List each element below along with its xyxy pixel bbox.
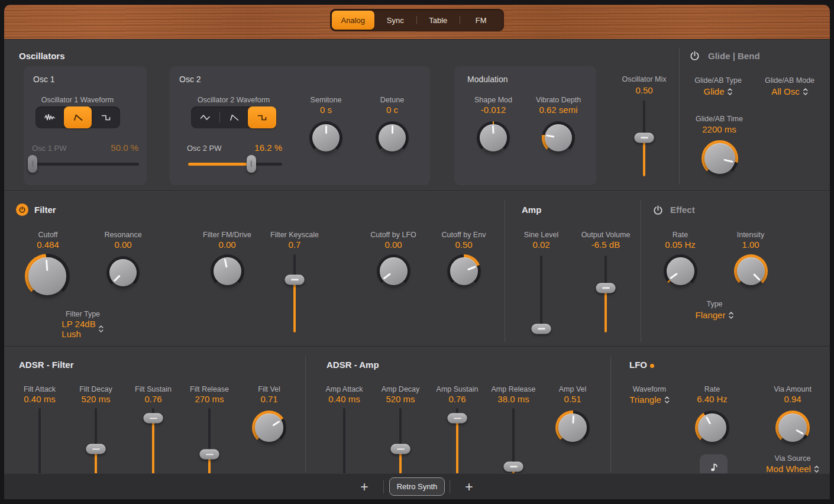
effect-rate-knob[interactable]: [664, 254, 697, 288]
glide-time-knob[interactable]: [702, 140, 738, 177]
vibrato-depth-value[interactable]: 0.62 semi: [539, 105, 577, 115]
effect-rate-value[interactable]: 0.05 Hz: [665, 240, 696, 250]
osc1-pw-slider[interactable]: [28, 163, 139, 166]
filt-sustain-value[interactable]: 0.76: [144, 394, 161, 404]
cutoff-by-env-value[interactable]: 0.50: [455, 240, 472, 250]
filt-decay-handle[interactable]: [86, 444, 106, 454]
sine-level-slider[interactable]: [540, 256, 542, 332]
osc1-wave-square-button[interactable]: [92, 106, 120, 128]
semitone-knob[interactable]: [309, 121, 342, 154]
filter-type-dropdown[interactable]: LP 24dB Lush: [62, 319, 104, 339]
glide-time-value[interactable]: 2200 ms: [702, 124, 736, 134]
filt-attack-value[interactable]: 0.40 ms: [24, 394, 55, 404]
output-volume-slider[interactable]: [605, 256, 607, 332]
filt-attack-slider[interactable]: [38, 408, 41, 483]
amp-decay-handle[interactable]: [391, 444, 410, 454]
filt-release-value[interactable]: 270 ms: [195, 394, 224, 404]
filter-keyscale-handle[interactable]: [285, 274, 305, 285]
via-amount-knob[interactable]: [775, 411, 810, 445]
amp-sustain-slider[interactable]: [456, 408, 458, 483]
filt-vel-knob[interactable]: [252, 411, 286, 445]
cutoff-by-lfo-knob[interactable]: [377, 254, 410, 288]
effect-type-dropdown[interactable]: Flanger: [696, 310, 734, 320]
cutoff-knob[interactable]: [25, 254, 70, 299]
filt-sustain-slider[interactable]: [152, 408, 154, 483]
lfo-rate-value[interactable]: 6.40 Hz: [697, 394, 728, 404]
glide-mode-dropdown[interactable]: All Osc: [771, 86, 808, 96]
filter-keyscale-slider[interactable]: [293, 254, 296, 332]
tab-analog[interactable]: Analog: [332, 11, 374, 30]
footer-divider: [383, 480, 384, 493]
output-volume-value[interactable]: -6.5 dB: [591, 240, 620, 250]
shape-mod-knob[interactable]: [477, 121, 510, 154]
filter-keyscale-label: Filter Keyscale: [270, 231, 319, 239]
glide-type-dropdown[interactable]: Glide: [703, 86, 732, 96]
oscillator-mix-value[interactable]: 0.50: [635, 85, 652, 95]
resonance-knob[interactable]: [106, 256, 140, 289]
vibrato-depth-knob[interactable]: [542, 121, 575, 154]
filt-decay-value[interactable]: 520 ms: [81, 394, 110, 404]
filt-release-slider[interactable]: [208, 408, 211, 483]
amp-release-value[interactable]: 38.0 ms: [497, 394, 529, 404]
cutoff-by-env-knob[interactable]: [447, 254, 481, 288]
amp-attack-value[interactable]: 0.40 ms: [328, 394, 360, 404]
osc1-wave-saw-button[interactable]: [64, 106, 92, 128]
amp-sustain-handle[interactable]: [448, 413, 467, 424]
detune-value[interactable]: 0 c: [386, 105, 398, 115]
amp-release-handle[interactable]: [504, 461, 523, 471]
detune-knob[interactable]: [376, 121, 409, 154]
amp-decay-slider[interactable]: [399, 408, 402, 483]
sine-level-value[interactable]: 0.02: [532, 240, 549, 250]
resonance-value[interactable]: 0.00: [114, 240, 131, 250]
osc2-pw-value[interactable]: 16.2 %: [254, 143, 282, 153]
filt-sustain-handle[interactable]: [144, 413, 163, 424]
glide-time-label: Glide/AB Time: [696, 115, 743, 123]
filt-decay-slider[interactable]: [95, 408, 97, 483]
effect-power-button[interactable]: [652, 205, 664, 216]
effect-type-label: Type: [706, 300, 722, 308]
filter-power-button[interactable]: [16, 203, 28, 216]
osc1-pw-slider-handle[interactable]: [28, 155, 37, 173]
cutoff-value[interactable]: 0.484: [37, 240, 59, 250]
amp-attack-slider[interactable]: [343, 408, 345, 483]
plugin-name-button[interactable]: Retro Synth: [389, 477, 445, 496]
amp-vel-value[interactable]: 0.51: [564, 394, 581, 404]
glide-power-button[interactable]: [689, 50, 700, 62]
amp-vel-knob[interactable]: [555, 411, 590, 445]
osc1-pw-value[interactable]: 50.0 %: [111, 143, 138, 153]
output-volume-handle[interactable]: [596, 283, 616, 293]
filt-vel-value[interactable]: 0.71: [260, 394, 277, 404]
amp-release-slider[interactable]: [512, 408, 515, 483]
osc1-wave-noise-button[interactable]: [35, 106, 64, 128]
osc2-wave-square-button[interactable]: [248, 106, 276, 128]
filter-keyscale-value[interactable]: 0.7: [289, 240, 301, 250]
resonance-label: Resonance: [104, 231, 141, 239]
filt-release-handle[interactable]: [200, 450, 219, 460]
tab-fm[interactable]: FM: [460, 11, 503, 30]
filter-fm-drive-value[interactable]: 0.00: [218, 240, 235, 250]
oscillator-mix-slider[interactable]: [643, 101, 645, 176]
amp-decay-value[interactable]: 520 ms: [386, 394, 415, 404]
shape-mod-value[interactable]: -0.012: [481, 105, 506, 115]
osc2-wave-saw-button[interactable]: [220, 106, 248, 128]
glide-bend-section-title: Glide | Bend: [708, 51, 760, 61]
tab-sync[interactable]: Sync: [374, 11, 417, 30]
oscillators-section-title: Oscillators: [19, 51, 65, 61]
via-amount-value[interactable]: 0.94: [784, 394, 801, 404]
lfo-rate-knob[interactable]: [695, 411, 729, 445]
semitone-value[interactable]: 0 s: [320, 105, 332, 115]
lfo-waveform-dropdown[interactable]: Triangle: [629, 395, 670, 405]
via-source-dropdown[interactable]: Mod Wheel: [766, 464, 819, 474]
intensity-knob[interactable]: [734, 254, 768, 288]
osc2-pw-slider[interactable]: [188, 163, 282, 166]
add-plugin-right-button[interactable]: +: [465, 479, 473, 495]
filter-fm-drive-knob[interactable]: [211, 254, 244, 288]
tab-table[interactable]: Table: [417, 11, 460, 30]
amp-sustain-value[interactable]: 0.76: [448, 394, 466, 404]
osc2-pw-slider-handle[interactable]: [247, 155, 256, 173]
osc2-wave-triangle-button[interactable]: [191, 106, 219, 128]
add-plugin-left-button[interactable]: +: [360, 479, 368, 495]
oscillator-mix-handle[interactable]: [635, 133, 654, 143]
cutoff-by-lfo-value[interactable]: 0.00: [384, 240, 402, 250]
sine-level-handle[interactable]: [532, 324, 551, 334]
